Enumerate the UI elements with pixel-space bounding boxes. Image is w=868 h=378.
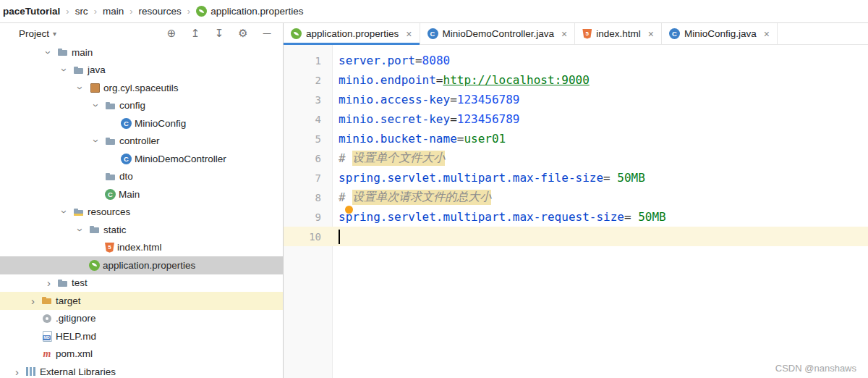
chevron-expanded-icon[interactable]: › — [59, 64, 70, 75]
breadcrumb-separator: › — [125, 6, 137, 17]
folder-icon — [105, 171, 116, 182]
close-icon[interactable]: × — [406, 28, 412, 40]
line-number: 6 — [284, 153, 333, 164]
code-line-10[interactable]: 10 — [284, 227, 868, 246]
package-icon — [89, 82, 101, 93]
tree-item-label: target — [56, 295, 81, 306]
code-token: minio.bucket-name — [339, 132, 457, 146]
chevron-collapsed-icon[interactable]: › — [43, 277, 54, 288]
line-text — [333, 230, 340, 244]
main-layout: Project ▾ ⊕↥↧⚙─ ›main›java›org.cyl.space… — [0, 23, 868, 378]
breadcrumb-item-application-properties[interactable]: application.properties — [195, 6, 305, 17]
breadcrumb-bar: paceTutorial›src›main›resources›applicat… — [0, 0, 868, 23]
chevron-expanded-icon[interactable]: › — [59, 206, 70, 217]
tree-item-external-libraries[interactable]: ›External Libraries — [0, 363, 283, 378]
editor-body[interactable]: 1server.port=80802minio.endpoint=http://… — [284, 45, 868, 378]
code-line-7[interactable]: 7spring.servlet.multipart.max-file-size=… — [284, 168, 868, 188]
tree-item-label: pom.xml — [56, 348, 93, 359]
tree-item-label: controller — [119, 135, 160, 146]
code-line-9[interactable]: 9spring.servlet.multipart.max-request-si… — [284, 207, 868, 227]
code-line-3[interactable]: 3minio.access-key=123456789 — [284, 90, 868, 109]
close-icon[interactable]: × — [561, 28, 567, 40]
breadcrumb-item-resources[interactable]: resources — [137, 6, 183, 17]
tab-application-properties[interactable]: application.properties× — [284, 23, 420, 44]
code-line-5[interactable]: 5minio.bucket-name=user01 — [284, 129, 868, 148]
tree-item-controller[interactable]: ›controller — [0, 133, 283, 151]
tree-item-label: test — [72, 277, 88, 288]
tree-item-miniodemocontroller[interactable]: MinioDemoController — [0, 150, 283, 168]
chevron-expanded-icon[interactable]: › — [75, 224, 86, 235]
code-token: # — [339, 151, 352, 165]
tree-item-dto[interactable]: dto — [0, 168, 283, 186]
class-icon — [121, 118, 132, 129]
text-caret — [339, 230, 340, 244]
collapse-all-icon[interactable]: ↧ — [213, 28, 225, 39]
tree-item-pom-xml[interactable]: pom.xml — [0, 345, 283, 364]
breadcrumb-item-src[interactable]: src — [74, 6, 90, 17]
tab-label: MinioConfig.java — [684, 28, 757, 39]
libraries-icon — [25, 366, 37, 377]
tree-item-index-html[interactable]: index.html — [0, 239, 283, 257]
expand-all-icon[interactable]: ↥ — [190, 28, 201, 39]
code-line-2[interactable]: 2minio.endpoint=http://localhost:9000 — [284, 70, 868, 90]
project-panel-toolbar: ⊕↥↧⚙─ — [166, 28, 273, 39]
tab-index-html[interactable]: index.html× — [575, 23, 662, 44]
breadcrumb-item-pacetutorial[interactable]: paceTutorial — [1, 6, 61, 17]
line-text: minio.access-key=123456789 — [333, 93, 519, 106]
locate-file-icon[interactable]: ⊕ — [166, 28, 177, 39]
tree-item-gitignore[interactable]: .gitignore — [0, 310, 283, 328]
tree-item-config[interactable]: ›config — [0, 97, 283, 115]
chevron-collapsed-icon[interactable]: › — [12, 366, 22, 377]
tree-item-target[interactable]: ›target — [0, 292, 283, 310]
chevron-expanded-icon[interactable]: › — [91, 135, 102, 146]
tree-item-application-properties[interactable]: application.properties — [0, 256, 283, 274]
code-line-6[interactable]: 6# 设置单个文件大小 — [284, 148, 868, 168]
line-number: 3 — [284, 94, 333, 106]
tree-item-org-cyl-spaceutils[interactable]: ›org.cyl.spaceutils — [0, 79, 283, 97]
hide-panel-icon[interactable]: ─ — [261, 28, 273, 39]
tree-item-label: org.cyl.spaceutils — [103, 83, 179, 93]
chevron-expanded-icon[interactable]: › — [75, 83, 86, 93]
code-token: 50MB — [638, 210, 666, 224]
settings-gear-icon[interactable]: ⚙ — [237, 28, 249, 39]
chevron-expanded-icon[interactable]: › — [43, 47, 54, 58]
class-icon — [121, 154, 132, 164]
tree-item-label: HELP.md — [56, 331, 96, 342]
chevron-down-icon: ▾ — [53, 30, 56, 38]
breadcrumb-item-label: main — [103, 6, 124, 17]
code-line-1[interactable]: 1server.port=8080 — [284, 51, 868, 70]
tree-item-label: MinioDemoController — [135, 154, 226, 164]
tree-item-test[interactable]: ›test — [0, 274, 283, 293]
code-token: minio.secret-key — [339, 112, 450, 126]
project-panel-title[interactable]: Project ▾ — [19, 28, 56, 39]
tab-miniodemocontroller-java[interactable]: MinioDemoController.java× — [420, 23, 576, 44]
chevron-collapsed-icon[interactable]: › — [27, 295, 38, 306]
maven-icon — [41, 348, 53, 360]
project-panel: Project ▾ ⊕↥↧⚙─ ›main›java›org.cyl.space… — [0, 23, 284, 378]
tree-item-main[interactable]: Main — [0, 185, 283, 203]
chevron-expanded-icon[interactable]: › — [91, 100, 102, 111]
tree-item-main[interactable]: ›main — [0, 43, 283, 62]
tree-item-help-md[interactable]: HELP.md — [0, 327, 283, 345]
code-token: = — [457, 132, 464, 146]
line-text: spring.servlet.multipart.max-file-size= … — [333, 171, 645, 185]
code-line-4[interactable]: 4minio.secret-key=123456789 — [284, 109, 868, 129]
breadcrumb-item-label: src — [75, 6, 88, 17]
breadcrumb: paceTutorial›src›main›resources›applicat… — [1, 6, 305, 17]
line-number: 8 — [284, 192, 333, 203]
code-token: = — [603, 171, 617, 185]
gitignore-icon — [41, 313, 53, 324]
tree-item-minioconfig[interactable]: MinioConfig — [0, 114, 283, 133]
tab-minioconfig-java[interactable]: MinioConfig.java× — [662, 23, 778, 44]
breadcrumb-item-main[interactable]: main — [101, 6, 125, 17]
html-icon — [582, 29, 592, 39]
close-icon[interactable]: × — [764, 28, 770, 40]
tree-item-resources[interactable]: ›resources — [0, 203, 283, 222]
code-line-8[interactable]: 8# 设置单次请求文件的总大小 — [284, 188, 868, 207]
close-icon[interactable]: × — [648, 28, 654, 40]
tree-item-label: main — [72, 47, 93, 58]
line-text: minio.endpoint=http://localhost:9000 — [333, 73, 590, 87]
class-icon — [669, 28, 680, 39]
tree-item-java[interactable]: ›java — [0, 62, 283, 80]
tree-item-static[interactable]: ›static — [0, 221, 283, 239]
